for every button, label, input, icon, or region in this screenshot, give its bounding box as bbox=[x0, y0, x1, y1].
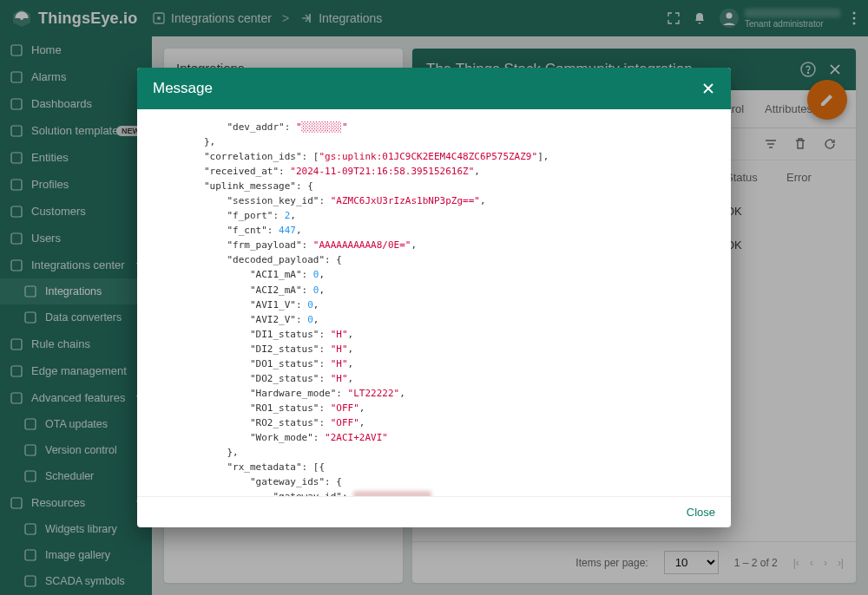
dialog-close-button[interactable]: Close bbox=[687, 506, 715, 519]
dialog-title: Message bbox=[153, 80, 213, 97]
dialog-json-body[interactable]: "dev_addr": "░░░░░░░" }, "correlation_id… bbox=[137, 109, 731, 496]
dialog-close-icon[interactable] bbox=[701, 82, 715, 95]
message-dialog: Message "dev_addr": "░░░░░░░" }, "correl… bbox=[137, 68, 731, 527]
